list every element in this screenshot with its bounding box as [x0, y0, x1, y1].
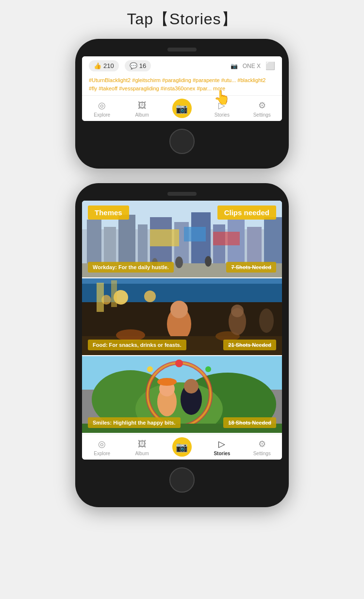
themes-label: Themes: [88, 205, 129, 220]
top-bar: 👍 210 💬 16 📷 ONE X ⬜: [82, 56, 282, 74]
nav-explore-2[interactable]: ◎ Explore: [87, 439, 116, 456]
top-bar-right: 📷 ONE X ⬜: [231, 61, 275, 70]
svg-point-32: [231, 305, 244, 317]
svg-point-46: [184, 379, 199, 394]
shots-count-3: 18 Shots Needed: [228, 420, 271, 426]
story-1-labels: Workday: For the daily hustle. 7 Shots N…: [82, 262, 282, 273]
album-icon: 🖼: [138, 101, 147, 111]
phone-mockup-2: Themes Clips needed Workday: For the dai…: [75, 183, 289, 507]
shots-count-2: 21 Shots Needed: [228, 342, 271, 348]
svg-point-24: [144, 291, 156, 302]
svg-point-49: [147, 366, 153, 372]
device-name: ONE X: [243, 63, 261, 69]
story-2-labels: Food: For snacks, drinks or feasts. 21 S…: [82, 340, 282, 350]
nav-settings-label-2: Settings: [253, 451, 271, 456]
story-card-1[interactable]: Themes Clips needed Workday: For the dai…: [82, 201, 282, 278]
nav-explore-label-2: Explore: [94, 451, 110, 456]
nav-settings-label: Settings: [253, 112, 271, 118]
svg-point-47: [175, 359, 183, 367]
story-header-labels: Themes Clips needed: [82, 205, 282, 220]
pointer-finger: 👆: [214, 89, 231, 105]
svg-rect-19: [213, 232, 240, 245]
comment-count: 16: [139, 62, 146, 69]
story-3-shots: 18 Shots Needed: [223, 417, 276, 428]
camera-center-icon: 📷: [172, 99, 192, 118]
story-2-theme: Food: For snacks, drinks or feasts.: [88, 340, 186, 350]
nav-explore[interactable]: ◎ Explore: [87, 100, 116, 118]
nav-settings-2[interactable]: ⚙ Settings: [248, 439, 277, 456]
like-badge: 👍 210: [89, 60, 119, 71]
story-card-2[interactable]: Food: For snacks, drinks or feasts. 21 S…: [82, 278, 282, 356]
nav-camera-2[interactable]: 📷: [167, 438, 197, 457]
story-3-theme: Smiles: Highlight the happy bits.: [88, 417, 181, 428]
like-count: 210: [103, 62, 114, 69]
nav-stories[interactable]: ▷ Stories 👆: [207, 100, 236, 118]
top-bar-left: 👍 210 💬 16: [89, 60, 151, 71]
explore-icon: ◎: [98, 100, 106, 111]
thumb-up-icon: 👍: [94, 62, 101, 69]
home-button-2[interactable]: [169, 467, 195, 493]
story-1-shots: 7 Shots Needed: [226, 262, 276, 273]
settings-icon-2: ⚙: [258, 439, 266, 449]
hashtags: #UturnBlacklight2 #gleitschirm #paraglid…: [82, 74, 282, 95]
stories-screen: Themes Clips needed Workday: For the dai…: [82, 201, 282, 460]
svg-rect-34: [97, 283, 104, 312]
phone-speaker-2: [167, 192, 197, 196]
svg-point-48: [205, 366, 211, 372]
nav-stories-2[interactable]: ▷ Stories: [207, 439, 236, 456]
nav-album-2[interactable]: 🖼 Album: [128, 439, 157, 456]
album-icon-2: 🖼: [138, 439, 147, 449]
share-icon: ⬜: [265, 61, 275, 70]
svg-rect-35: [111, 280, 117, 307]
story-3-labels: Smiles: Highlight the happy bits. 18 Sho…: [82, 417, 282, 428]
shots-count-1: 7 Shots Needed: [231, 264, 271, 270]
page-title: Tap【Stories】: [127, 9, 237, 30]
bottom-nav-2: ◎ Explore 🖼 Album 📷 ▷ Stories ⚙ Settings: [82, 434, 282, 460]
phone-speaker: [167, 48, 197, 51]
nav-album[interactable]: 🖼 Album: [128, 101, 157, 118]
svg-point-44: [157, 378, 177, 386]
svg-rect-17: [150, 229, 179, 246]
settings-icon: ⚙: [258, 100, 266, 111]
comment-icon: 💬: [130, 62, 137, 69]
camera-center-icon-2: 📷: [172, 437, 192, 457]
phone-mockup-1: 👍 210 💬 16 📷 ONE X ⬜ #UturnBlacklight2 #…: [75, 39, 289, 169]
nav-stories-label-2: Stories: [214, 451, 230, 456]
phone-screen-1: 👍 210 💬 16 📷 ONE X ⬜ #UturnBlacklight2 #…: [82, 56, 282, 121]
nav-camera[interactable]: 📷: [167, 100, 197, 118]
nav-settings[interactable]: ⚙ Settings: [248, 100, 277, 118]
clips-needed-label: Clips needed: [217, 205, 276, 220]
svg-point-33: [259, 308, 274, 333]
camera-icon-small: 📷: [231, 63, 238, 69]
explore-icon-2: ◎: [98, 439, 106, 449]
story-2-shots: 21 Shots Needed: [223, 340, 276, 350]
svg-point-27: [170, 301, 188, 318]
nav-album-label-2: Album: [135, 451, 149, 456]
story-card-3[interactable]: Smiles: Highlight the happy bits. 18 Sho…: [82, 356, 282, 434]
nav-album-label: Album: [135, 112, 149, 118]
svg-rect-18: [184, 227, 206, 241]
home-button-1[interactable]: [169, 129, 195, 154]
nav-stories-label: Stories: [215, 112, 230, 118]
nav-explore-label: Explore: [94, 112, 110, 118]
comment-badge: 💬 16: [125, 60, 151, 71]
bottom-nav-1: ◎ Explore 🖼 Album 📷 ▷ Stories 👆 ⚙ Settin…: [82, 95, 282, 121]
story-1-theme: Workday: For the daily hustle.: [88, 262, 174, 273]
stories-icon-2: ▷: [218, 439, 225, 449]
